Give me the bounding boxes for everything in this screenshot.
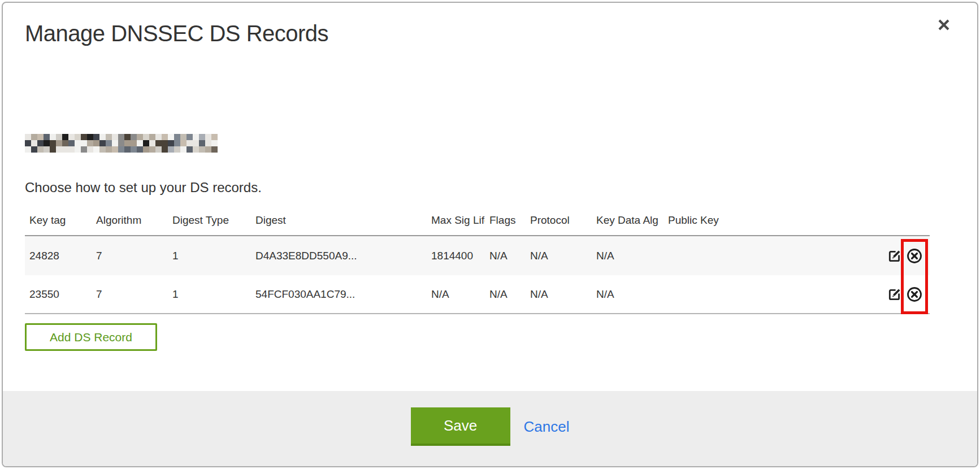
col-header-protocol: Protocol — [526, 214, 592, 227]
page-title: Manage DNSSEC DS Records — [25, 20, 328, 46]
ds-records-table: Key tag Algorithm Digest Type Digest Max… — [25, 205, 930, 314]
cell-max-sig-life: 1814400 — [427, 250, 485, 262]
cell-actions — [882, 247, 930, 264]
table-header-row: Key tag Algorithm Digest Type Digest Max… — [25, 205, 930, 236]
add-ds-record-button[interactable]: Add DS Record — [25, 323, 157, 351]
delete-record-button[interactable] — [906, 247, 923, 264]
manage-dnssec-dialog: Manage DNSSEC DS Records Choose how to s… — [2, 2, 978, 467]
cell-actions — [882, 286, 930, 303]
redacted-domain-name — [25, 134, 218, 153]
cell-key-data-alg: N/A — [592, 250, 664, 262]
pencil-square-icon — [887, 249, 902, 263]
close-icon — [936, 17, 952, 33]
cell-key-tag: 23550 — [25, 288, 92, 301]
edit-record-button[interactable] — [887, 287, 902, 302]
close-button[interactable] — [934, 15, 953, 34]
cancel-link[interactable]: Cancel — [524, 407, 570, 446]
circle-x-icon — [906, 286, 923, 303]
table-row: 23550 7 1 54FCF030AA1C79... N/A N/A N/A … — [25, 275, 930, 314]
cell-digest: 54FCF030AA1C79... — [251, 288, 427, 301]
pencil-square-icon — [887, 287, 902, 302]
cell-flags: N/A — [485, 250, 526, 262]
cell-digest-type: 1 — [168, 288, 251, 301]
edit-record-button[interactable] — [887, 249, 902, 263]
save-button[interactable]: Save — [411, 407, 510, 446]
cell-flags: N/A — [485, 288, 526, 301]
cell-algorithm: 7 — [92, 288, 168, 301]
col-header-algorithm: Algorithm — [92, 214, 168, 227]
cell-key-data-alg: N/A — [592, 288, 664, 301]
cell-algorithm: 7 — [92, 250, 168, 262]
col-header-public-key: Public Key — [664, 214, 882, 227]
cell-protocol: N/A — [526, 250, 592, 262]
col-header-digest: Digest — [251, 214, 427, 227]
cell-key-tag: 24828 — [25, 250, 92, 262]
cell-max-sig-life: N/A — [427, 288, 485, 301]
cell-digest-type: 1 — [168, 250, 251, 262]
col-header-max-sig-life: Max Sig Life — [427, 214, 485, 227]
col-header-key-data-alg: Key Data Alg — [592, 214, 664, 227]
instruction-text: Choose how to set up your DS records. — [25, 180, 262, 196]
col-header-flags: Flags — [485, 214, 526, 227]
delete-record-button[interactable] — [906, 286, 923, 303]
col-header-digest-type: Digest Type — [168, 214, 251, 227]
cell-protocol: N/A — [526, 288, 592, 301]
col-header-key-tag: Key tag — [25, 214, 92, 227]
circle-x-icon — [906, 247, 923, 264]
table-row: 24828 7 1 D4A33E8DD550A9... 1814400 N/A … — [25, 236, 930, 275]
dialog-footer: Save Cancel — [3, 391, 977, 466]
cell-digest: D4A33E8DD550A9... — [251, 250, 427, 262]
